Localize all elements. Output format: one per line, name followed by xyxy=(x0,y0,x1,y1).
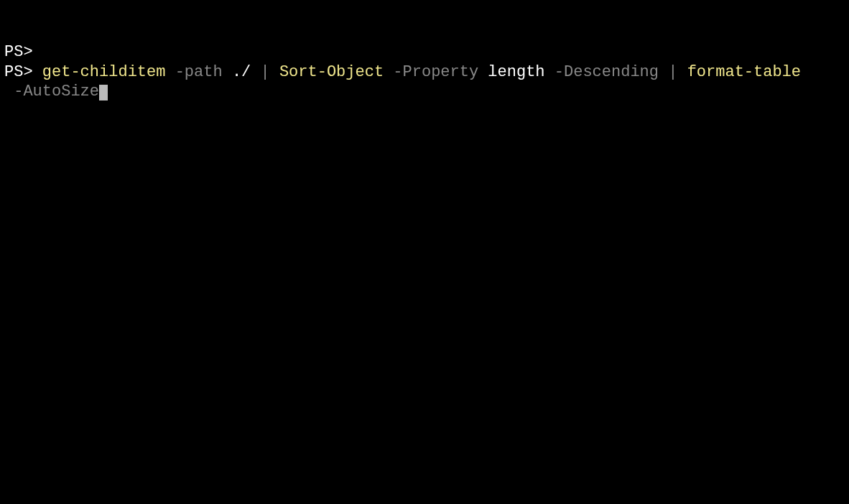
cmdlet-token: Sort-Object xyxy=(279,63,384,81)
terminal-window[interactable]: PS>PS> get-childitem -path ./ | Sort-Obj… xyxy=(4,3,845,121)
cursor-block xyxy=(99,85,108,101)
space xyxy=(33,63,42,81)
parameter-token: -path xyxy=(175,63,223,81)
argument-token: length xyxy=(488,63,544,81)
space xyxy=(4,83,14,101)
argument-token: ./ xyxy=(232,63,251,81)
cmdlet-token: format-table xyxy=(687,63,801,81)
pipe-operator: | xyxy=(668,63,677,81)
space xyxy=(677,63,687,81)
parameter-token: -Property xyxy=(393,63,478,81)
space xyxy=(251,63,260,81)
space xyxy=(270,63,279,81)
prompt: PS> xyxy=(4,63,33,81)
space xyxy=(384,63,393,81)
space xyxy=(659,63,668,81)
terminal-line-empty: PS> xyxy=(4,42,845,62)
space xyxy=(223,63,232,81)
terminal-line-command: PS> get-childitem -path ./ | Sort-Object… xyxy=(4,62,845,83)
space xyxy=(545,63,555,81)
parameter-token: -Descending xyxy=(555,63,659,81)
space xyxy=(165,63,175,81)
prompt: PS> xyxy=(4,43,33,61)
space xyxy=(478,63,488,81)
parameter-token: -AutoSize xyxy=(14,83,99,101)
terminal-line-wrap: -AutoSize xyxy=(4,82,845,102)
cmdlet-token: get-childitem xyxy=(42,63,166,81)
pipe-operator: | xyxy=(260,63,269,81)
